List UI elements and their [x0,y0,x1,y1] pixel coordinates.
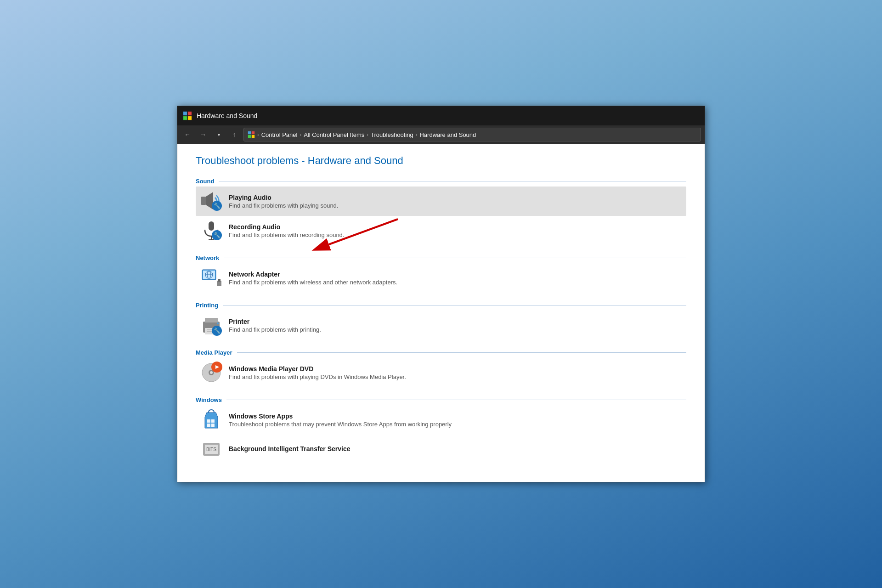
network-adapter-title: Network Adapter [229,271,682,278]
svg-rect-6 [248,135,251,138]
svg-text:🔧: 🔧 [214,232,220,238]
printer-desc: Find and fix problems with printing. [229,326,682,333]
breadcrumb-all-items[interactable]: All Control Panel Items [304,131,364,138]
playing-audio-title: Playing Audio [229,194,682,201]
wmp-dvd-text: Windows Media Player DVD Find and fix pr… [229,365,682,380]
recent-button[interactable]: ▾ [212,128,225,141]
address-bar: ← → ▾ ↑ › Control Panel › All Control Pa… [177,125,705,144]
back-button[interactable]: ← [181,128,194,141]
section-printing-divider [223,305,686,305]
windows-store-apps-icon [200,409,222,431]
item-network-adapter[interactable]: Network Adapter Find and fix problems wi… [196,263,686,293]
svg-rect-38 [207,419,210,423]
section-printing: Printing [196,302,686,340]
svg-rect-8 [201,197,206,205]
svg-point-30 [217,322,219,324]
window-title: Hardware and Sound [197,112,257,119]
item-printer[interactable]: 🔧 Printer Find and fix problems with pri… [196,311,686,340]
recording-audio-icon: 🔧 [200,220,222,242]
windows-store-apps-title: Windows Store Apps [229,413,682,420]
bits-title: Background Intelligent Transfer Service [229,445,682,452]
playing-audio-desc: Find and fix problems with playing sound… [229,202,682,209]
up-button[interactable]: ↑ [228,128,241,141]
playing-audio-text: Playing Audio Find and fix problems with… [229,194,682,209]
content-area: Troubleshoot problems - Hardware and Sou… [177,144,705,482]
window-icon [183,111,192,120]
printer-title: Printer [229,318,682,325]
svg-rect-5 [252,131,254,134]
section-windows-label: Windows [196,396,222,403]
item-playing-audio[interactable]: 🔧 Playing Audio Find and fix problems wi… [196,187,686,216]
svg-text:🔧: 🔧 [214,327,220,334]
svg-rect-1 [188,112,192,115]
svg-rect-26 [205,318,218,322]
section-windows: Windows [196,396,686,464]
svg-rect-2 [183,116,187,120]
bits-icon: BITS [200,438,222,460]
windows-store-apps-desc: Troubleshoot problems that may prevent W… [229,421,682,428]
section-sound-divider [219,181,686,181]
svg-rect-7 [252,135,254,138]
breadcrumb-hardware-sound[interactable]: Hardware and Sound [419,131,476,138]
section-windows-header: Windows [196,396,686,403]
svg-rect-23 [218,279,220,282]
svg-text:🔧: 🔧 [214,202,220,209]
svg-rect-3 [188,116,192,120]
breadcrumb-bar: › Control Panel › All Control Panel Item… [243,128,701,141]
item-windows-store-apps[interactable]: Windows Store Apps Troubleshoot problems… [196,405,686,435]
breadcrumb-troubleshooting[interactable]: Troubleshooting [371,131,413,138]
breadcrumb-control-panel[interactable]: Control Panel [261,131,298,138]
section-network: Network [196,254,686,293]
network-adapter-desc: Find and fix problems with wireless and … [229,279,682,286]
network-adapter-icon [200,267,222,289]
recording-audio-title: Recording Audio [229,223,682,231]
section-media-player-header: Media Player [196,349,686,356]
printer-text: Printer Find and fix problems with print… [229,318,682,333]
network-adapter-text: Network Adapter Find and fix problems wi… [229,271,682,286]
item-wmp-dvd[interactable]: Windows Media Player DVD Find and fix pr… [196,358,686,387]
section-network-header: Network [196,254,686,261]
section-windows-divider [226,400,686,400]
svg-text:BITS: BITS [206,447,217,452]
section-media-player: Media Player [196,349,686,387]
page-title: Troubleshoot problems - Hardware and Sou… [196,155,686,167]
windows-store-apps-text: Windows Store Apps Troubleshoot problems… [229,413,682,428]
section-media-player-divider [237,352,687,353]
item-bits[interactable]: BITS Background Intelligent Transfer Ser… [196,435,686,464]
section-printing-label: Printing [196,302,218,309]
svg-rect-0 [183,112,187,115]
section-media-player-label: Media Player [196,349,232,356]
recording-audio-text: Recording Audio Find and fix problems wi… [229,223,682,238]
section-sound: Sound 🔧 [196,178,686,245]
svg-rect-40 [207,424,210,427]
svg-rect-41 [211,424,215,427]
forward-button[interactable]: → [197,128,209,141]
playing-audio-icon: 🔧 [200,190,222,212]
recording-audio-desc: Find and fix problems with recording sou… [229,232,682,238]
printer-icon: 🔧 [200,314,222,336]
section-network-divider [224,258,686,258]
svg-rect-4 [248,131,251,134]
content-wrapper: Troubleshoot problems - Hardware and Sou… [196,155,686,464]
main-window: Hardware and Sound ← → ▾ ↑ › Control Pan… [177,106,705,482]
section-sound-label: Sound [196,178,214,185]
wmp-dvd-icon [200,362,222,384]
item-recording-audio[interactable]: 🔧 Recording Audio Find and fix problems … [196,216,686,245]
bits-text: Background Intelligent Transfer Service [229,445,682,453]
svg-rect-12 [209,221,214,231]
section-network-label: Network [196,254,219,261]
svg-point-35 [210,371,213,374]
wmp-dvd-desc: Find and fix problems with playing DVDs … [229,373,682,380]
title-bar: Hardware and Sound [177,106,705,125]
section-printing-header: Printing [196,302,686,309]
section-sound-header: Sound [196,178,686,185]
wmp-dvd-title: Windows Media Player DVD [229,365,682,373]
path-icon [248,131,255,138]
svg-rect-39 [211,419,215,423]
